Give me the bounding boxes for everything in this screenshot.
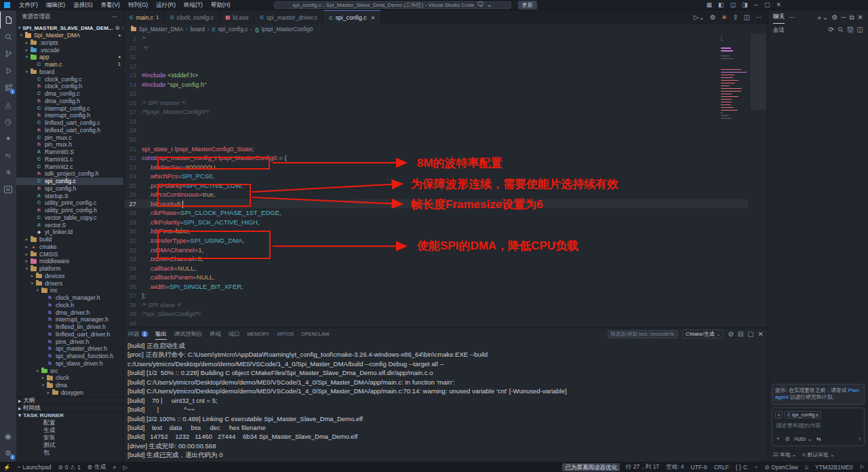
run-target-icon[interactable]: ▷ [119, 463, 131, 472]
tree-item-build[interactable]: ▸build [16, 236, 123, 243]
tree-item-clock_manager.h[interactable]: hclock_manager.h [16, 294, 123, 302]
tree-item-dma[interactable]: ▾dma [16, 382, 123, 389]
more-actions-icon[interactable]: ⋯ [789, 14, 795, 21]
tree-item-spi_shared_function.h[interactable]: hspi_shared_function.h [16, 353, 123, 360]
timer-tool-icon[interactable]: ◷ [0, 113, 16, 130]
search-icon[interactable] [0, 28, 16, 45]
tree-item-board[interactable]: ▾board [16, 68, 123, 76]
tab-spi_master_driver.c[interactable]: Cspi_master_driver.c [254, 10, 323, 24]
flash-download-icon[interactable]: ⇪ [732, 14, 738, 21]
tree-item-spi_master_driver.h[interactable]: hspi_master_driver.h [16, 345, 123, 353]
tree-item-interrupt_config.h[interactable]: hinterrupt_config.h [16, 112, 123, 119]
tree-item-dma_config.c[interactable]: Cdma_config.c [16, 90, 123, 98]
code-editor[interactable]: 1/*10 */111213#include <stddef.h>14#incl… [124, 34, 768, 328]
tree-item-vector.S[interactable]: Avector.S [16, 222, 123, 229]
tree-item-linflexd_uart_config.h[interactable]: hlinflexd_uart_config.h [16, 127, 123, 134]
workspace-section-header[interactable]: ▾ SPI_MASTER_SLAVE_DMA_DEM... ⊕ ⊞ ⟳ ⊟ [16, 24, 123, 32]
tree-item-utility_print_config.h[interactable]: hutility_print_config.h [16, 207, 123, 214]
spark-tool-icon[interactable]: ✳ [0, 164, 16, 181]
cmake-icon[interactable]: ◬ [0, 96, 16, 113]
gear-icon[interactable]: ⚙ [831, 14, 837, 21]
output-channel-select[interactable]: CMake/生成⌄ [682, 330, 724, 338]
close-panel-icon[interactable]: ✕ [758, 331, 764, 338]
tree-item-clock_config.h[interactable]: hclock_config.h [16, 83, 123, 90]
tab-clock_config.c[interactable]: Cclock_config.c [165, 10, 220, 24]
editor-scrollbar[interactable] [751, 34, 766, 110]
debug-target-icon[interactable]: ⍟ [109, 463, 119, 472]
tree-item-pins_driver.h[interactable]: hpins_driver.h [16, 338, 123, 346]
menu-查看(V)[interactable]: 查看(V) [97, 0, 124, 10]
maximize-icon[interactable]: ▢ [764, 2, 770, 8]
eol-status[interactable]: CRLF [711, 463, 732, 472]
openclaw-status[interactable]: ⊘ OpenClaw [761, 463, 802, 472]
task-安装[interactable]: 安装 [16, 434, 123, 441]
layout-icon[interactable]: ◫ [857, 26, 863, 33]
tree-item-clock[interactable]: ▸clock [16, 374, 123, 382]
menu-转到(G)[interactable]: 转到(G) [124, 0, 152, 10]
tab-ld.exe[interactable]: ▤ld.exe [220, 10, 254, 24]
filter-icon[interactable]: ▽ [847, 26, 854, 33]
chat-input-placeholder[interactable]: 描述要构建的内容 [776, 422, 861, 429]
spark-icon[interactable]: ✳ [722, 14, 727, 21]
mode-select[interactable]: Auto ⌄ [794, 435, 812, 442]
panel-left-icon[interactable]: ◧ [718, 2, 724, 8]
layout-grid-icon[interactable]: ▦ [706, 2, 712, 8]
tree-item-sdk_project_config.h[interactable]: hsdk_project_config.h [16, 170, 123, 178]
tree-item-main.c[interactable]: Cmain.c1 [16, 61, 123, 68]
tree-item-drivers[interactable]: ▾drivers [16, 280, 123, 288]
tree-item-cmake[interactable]: ▸▲cmake [16, 243, 123, 251]
run-debug-icon[interactable] [0, 62, 16, 79]
tree-item-startup.S[interactable]: Astartup.S [16, 193, 123, 200]
tree-item-RamInit0.S[interactable]: ARamInit0.S [16, 149, 123, 156]
tree-item-linflexd_uart_config.c[interactable]: Clinflexd_uart_config.c [16, 119, 123, 127]
task-runner-section[interactable]: ▾TASK RUNNER [16, 412, 123, 419]
panel-right-icon[interactable]: ◨ [742, 2, 748, 8]
settings-gear-icon[interactable]: ⚙1 [0, 445, 16, 462]
gear-icon[interactable]: ⚙ [710, 14, 716, 21]
approval-select[interactable]: ⊙ 默认审批 ⌄ [802, 451, 834, 458]
tree-item-platform[interactable]: ▾platform [16, 265, 123, 273]
cmake-build-button[interactable]: ⚙ 生成 [84, 463, 110, 472]
tree-item-yt_linker.ld[interactable]: ◆yt_linker.ld [16, 229, 123, 236]
tree-item-.vscode[interactable]: ▸.vscode [16, 47, 123, 54]
menu-文件(F)[interactable]: 文件(F) [15, 0, 42, 10]
panel-tab-XRTOS[interactable]: XRTOS [277, 330, 294, 338]
tree-item-Spi_Master_DMA[interactable]: ▾Spi_Master_DMA● [16, 32, 123, 39]
chat-input-box[interactable]: ＋ C spi_config.c 描述要构建的内容 ＋ ⊘ Auto ⌄ ⇆ ↑ [772, 408, 865, 446]
outline-section[interactable]: ▸大纲 [16, 397, 123, 404]
output-console[interactable]: [build] 正在启动生成[proc] 正在执行命令: C:\Users\yt… [124, 340, 768, 462]
minimize-panel-icon[interactable]: ─ [841, 14, 846, 21]
close-tab-icon[interactable]: ✕ [371, 15, 376, 21]
panel-tab-OPENCLAW[interactable]: OPENCLAW [301, 330, 330, 338]
tree-item-utility_print_config.c[interactable]: Cutility_print_config.c [16, 199, 123, 207]
output-filter-input[interactable] [608, 330, 678, 338]
tree-item-interrupt_config.c[interactable]: Cinterrupt_config.c [16, 105, 123, 113]
menu-帮助(H)[interactable]: 帮助(H) [207, 0, 235, 10]
breadcrumb-workspace[interactable]: Spi_Master_DMA [139, 26, 183, 33]
run-file-icon[interactable]: ▷⌄ [694, 14, 705, 21]
breadcrumb-symbol[interactable]: lpspi_MasterConfig0 [262, 26, 313, 33]
indentation-status[interactable]: 空格: 4 [663, 463, 687, 472]
menu-终端(T)[interactable]: 终端(T) [180, 0, 207, 10]
tree-item-RamInit2.c[interactable]: CRamInit2.c [16, 163, 123, 171]
launchpad-button[interactable]: ⌁Launchpad [14, 463, 55, 472]
tree-item-devices[interactable]: ▸devices [16, 273, 123, 280]
panel-tab-终端[interactable]: 终端 [210, 329, 221, 339]
python-icon[interactable]: Py [0, 147, 16, 164]
search-icon[interactable] [837, 26, 844, 34]
close-icon[interactable]: ✕ [858, 14, 863, 21]
extensions-icon[interactable]: 1 [0, 79, 16, 96]
panel-tab-问题[interactable]: 问题1 [128, 329, 148, 339]
add-attachment-icon[interactable]: ＋ [775, 411, 783, 418]
tools-disabled-icon[interactable]: ⊘ [785, 435, 790, 442]
task-测试[interactable]: 测试 [16, 441, 123, 449]
tree-item-interrupt_manager.h[interactable]: hinterrupt_manager.h [16, 316, 123, 323]
split-editor-icon[interactable]: ◫ [744, 14, 750, 21]
panel-bottom-icon[interactable]: ◫ [730, 2, 736, 8]
tree-item-src[interactable]: ▾src [16, 368, 123, 375]
runtime-select[interactable]: ▤ 本地 ⌄ [773, 451, 796, 458]
tree-item-.scripts[interactable]: ▸.scripts [16, 39, 123, 47]
update-button[interactable]: 更新 [518, 1, 537, 9]
menu-运行(R)[interactable]: 运行(R) [152, 0, 180, 10]
tab-chat[interactable]: 聊天 [773, 11, 785, 24]
